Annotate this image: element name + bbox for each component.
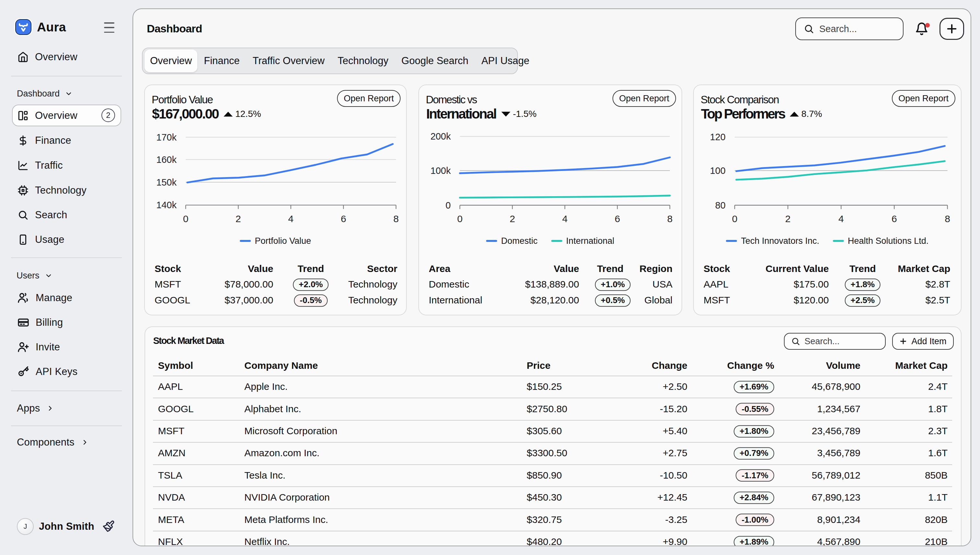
svg-text:8: 8: [667, 214, 673, 225]
svg-text:100k: 100k: [430, 165, 451, 176]
svg-text:8: 8: [393, 214, 399, 225]
svg-text:6: 6: [891, 214, 897, 225]
svg-text:4: 4: [288, 214, 294, 225]
svg-text:4: 4: [838, 214, 844, 225]
svg-text:100: 100: [710, 165, 726, 176]
svg-text:2: 2: [236, 214, 241, 225]
svg-text:0: 0: [732, 214, 738, 225]
svg-text:4: 4: [562, 214, 568, 225]
svg-text:160k: 160k: [156, 154, 177, 165]
svg-text:80: 80: [715, 200, 726, 210]
svg-text:150k: 150k: [156, 177, 177, 188]
svg-text:140k: 140k: [156, 200, 177, 210]
svg-text:0: 0: [183, 214, 188, 225]
svg-text:2: 2: [510, 214, 515, 225]
svg-text:0: 0: [457, 214, 463, 225]
svg-text:120: 120: [710, 132, 726, 143]
svg-text:8: 8: [945, 214, 950, 225]
svg-text:170k: 170k: [156, 132, 177, 143]
svg-text:0: 0: [446, 200, 451, 210]
svg-text:6: 6: [341, 214, 346, 225]
svg-text:2: 2: [785, 214, 791, 225]
svg-text:200k: 200k: [430, 131, 451, 141]
svg-text:6: 6: [615, 214, 620, 225]
